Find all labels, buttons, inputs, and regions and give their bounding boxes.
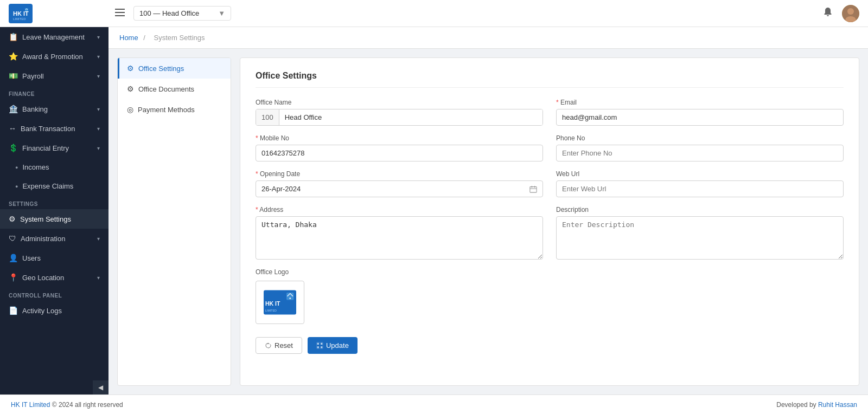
opening-date-value: 26-Apr-2024: [261, 185, 301, 193]
sidebar-label-users: Users: [22, 254, 41, 262]
chevron-icon: ▾: [97, 106, 100, 112]
phone-no-group: Phone No: [556, 134, 844, 161]
chevron-icon: ▾: [97, 126, 100, 132]
web-url-group: Web Url: [556, 170, 844, 197]
svg-text:HK IT: HK IT: [265, 300, 280, 307]
footer-developer-link[interactable]: Ruhit Hassan: [818, 401, 857, 409]
sidebar-label-administration: Administration: [21, 235, 65, 243]
sidebar-item-award-promotion[interactable]: ⭐ Award & Promotion ▾: [0, 47, 108, 66]
update-label: Update: [326, 341, 349, 350]
branch-label: 100 — Head Office: [139, 9, 199, 17]
sidebar-item-expense-claims[interactable]: ● Expense Claims: [0, 177, 108, 196]
logo-area: HK IT LIMITED: [9, 4, 106, 23]
phone-no-input[interactable]: [556, 145, 844, 161]
chevron-icon: ▾: [97, 275, 100, 281]
logo-preview-svg: HK IT LIMITED: [264, 288, 296, 316]
footer-left: HK IT Limited © 2024 all right reserved: [11, 401, 123, 409]
sidebar-collapse-button[interactable]: ◀: [93, 380, 108, 394]
reset-label: Reset: [275, 341, 293, 350]
finance-section-label: FINANCE: [0, 86, 108, 99]
sidebar-item-banking[interactable]: 🏦 Banking ▾: [0, 99, 108, 119]
menu-toggle-button[interactable]: [113, 7, 127, 20]
sidebar-label-banking: Banking: [22, 105, 48, 113]
sidebar-item-geo-location[interactable]: 📍 Geo Location ▾: [0, 268, 108, 287]
office-logo-upload[interactable]: HK IT LIMITED: [256, 281, 304, 324]
office-name-group: Office Name 100: [256, 99, 543, 126]
settings-section-label: SETTINGS: [0, 196, 108, 209]
update-icon: [316, 342, 323, 349]
sidebar-label-financial-entry: Financial Entry: [22, 144, 69, 152]
expense-claims-icon: ●: [15, 184, 18, 189]
web-url-input[interactable]: [556, 180, 844, 197]
administration-icon: 🛡: [9, 234, 16, 243]
chevron-icon: ▾: [97, 145, 100, 151]
office-settings-nav-icon: ⚙: [127, 64, 134, 73]
sidebar-item-incomes[interactable]: ● Incomes: [0, 158, 108, 177]
opening-date-input[interactable]: 26-Apr-2024: [256, 180, 543, 197]
form-row-4: * Address Uttara, Dhaka Description: [256, 206, 844, 260]
svg-point-8: [847, 8, 854, 15]
sidebar-item-payroll[interactable]: 💵 Payroll ▾: [0, 66, 108, 86]
sidebar-item-users[interactable]: 👤 Users: [0, 248, 108, 268]
sidebar-label-incomes: Incomes: [22, 163, 49, 171]
banking-icon: 🏦: [9, 105, 18, 113]
footer-company-link[interactable]: HK IT Limited: [11, 401, 50, 409]
office-name-prefix: 100: [256, 109, 279, 125]
opening-date-label: * Opening Date: [256, 170, 543, 178]
leave-management-icon: 📋: [9, 33, 18, 41]
payment-methods-nav-icon: ◎: [127, 105, 133, 114]
payroll-icon: 💵: [9, 72, 18, 80]
branch-selector[interactable]: 100 — Head Office ▼: [133, 6, 231, 21]
svg-text:LIMITED: LIMITED: [265, 309, 277, 312]
left-nav-label-office-documents: Office Documents: [138, 85, 194, 93]
mobile-no-input[interactable]: [256, 145, 543, 161]
svg-rect-10: [530, 186, 537, 192]
user-avatar[interactable]: [842, 5, 859, 22]
office-name-input[interactable]: [279, 109, 542, 125]
app-logo: HK IT LIMITED: [9, 4, 33, 23]
address-label: * Address: [256, 206, 543, 214]
branch-chevron-icon: ▼: [218, 9, 225, 17]
description-textarea[interactable]: [556, 216, 844, 260]
system-settings-icon: ⚙: [9, 215, 16, 223]
footer-copyright: © 2024 all right reserved: [52, 401, 123, 409]
breadcrumb-current: System Settings: [154, 34, 205, 42]
svg-rect-4: [115, 9, 125, 10]
left-nav-item-office-settings[interactable]: ⚙ Office Settings: [118, 58, 231, 79]
content-area: ⚙ Office Settings ⚙ Office Documents ◎ P…: [108, 49, 868, 394]
breadcrumb-separator: /: [143, 34, 145, 42]
sidebar-item-administration[interactable]: 🛡 Administration ▾: [0, 229, 108, 248]
chevron-icon: ▾: [97, 236, 100, 242]
header-right: [822, 5, 859, 22]
incomes-icon: ●: [15, 165, 18, 170]
bank-transaction-icon: ↔: [9, 124, 16, 133]
sidebar-item-leave-management[interactable]: 📋 Leave Management ▾: [0, 27, 108, 47]
sidebar-item-activity-logs[interactable]: 📄 Activity Logs: [0, 301, 108, 320]
footer: HK IT Limited © 2024 all right reserved …: [0, 394, 868, 414]
breadcrumb-home[interactable]: Home: [119, 34, 138, 42]
mobile-no-label: * Mobile No: [256, 134, 543, 142]
sidebar-item-system-settings[interactable]: ⚙ System Settings: [0, 209, 108, 229]
left-nav-item-payment-methods[interactable]: ◎ Payment Methods: [118, 99, 231, 120]
left-nav-item-office-documents[interactable]: ⚙ Office Documents: [118, 79, 231, 99]
calendar-icon: [529, 185, 537, 193]
office-logo-label: Office Logo: [256, 268, 375, 276]
svg-rect-5: [115, 12, 125, 13]
email-label: * Email: [556, 99, 844, 106]
email-input[interactable]: [556, 109, 844, 126]
sidebar-label-expense-claims: Expense Claims: [22, 182, 73, 190]
reset-button[interactable]: Reset: [256, 337, 302, 354]
update-button[interactable]: Update: [308, 337, 358, 354]
form-actions: Reset Update: [256, 337, 844, 354]
sidebar-item-bank-transaction[interactable]: ↔ Bank Transaction ▾: [0, 119, 108, 138]
mobile-no-group: * Mobile No: [256, 134, 543, 161]
form-row-3: * Opening Date 26-Apr-2024 Web Url: [256, 170, 844, 197]
sidebar-item-financial-entry[interactable]: 💲 Financial Entry ▾: [0, 138, 108, 158]
sidebar-label-leave-management: Leave Management: [22, 33, 85, 41]
main-content: Home / System Settings ⚙ Office Settings…: [108, 27, 868, 394]
control-panel-section-label: CONTROLL PANEL: [0, 287, 108, 301]
footer-right: Developed by Ruhit Hassan: [776, 401, 857, 409]
address-textarea[interactable]: Uttara, Dhaka: [256, 216, 543, 260]
office-name-input-wrapper: 100: [256, 109, 543, 126]
notification-button[interactable]: [822, 7, 833, 20]
